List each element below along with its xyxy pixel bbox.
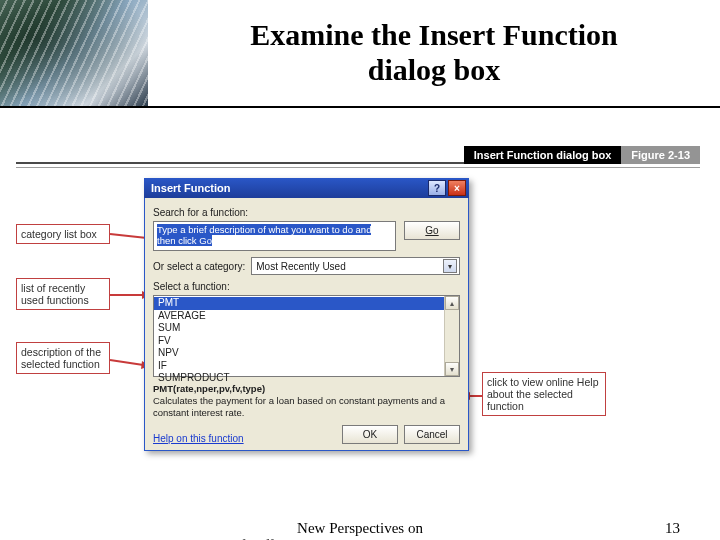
slide-title: Examine the Insert Function dialog box [148,18,720,87]
dialog-titlebar[interactable]: Insert Function ? × [144,178,469,198]
callout-category-list-box: category list box [16,224,110,244]
figure-bar-underline [16,164,700,168]
help-icon[interactable]: ? [428,180,446,196]
footer-text: New Perspectives on Microsoft Office Exc… [0,520,720,540]
dialog-title: Insert Function [147,182,426,194]
close-icon[interactable]: × [448,180,466,196]
figure-caption: Insert Function dialog box [464,146,622,164]
category-label: Or select a category: [153,261,245,272]
callout-recent-functions: list of recently used functions [16,278,110,310]
search-label: Search for a function: [153,207,460,218]
list-item[interactable]: FV [154,335,444,348]
scroll-track[interactable] [445,310,459,362]
title-area: Examine the Insert Function dialog box [148,0,720,106]
ok-button[interactable]: OK [342,425,398,444]
go-button[interactable]: Go [404,221,460,240]
insert-function-dialog: Insert Function ? × Search for a functio… [144,178,469,451]
cancel-button[interactable]: Cancel [404,425,460,444]
list-item[interactable]: AVERAGE [154,310,444,323]
figure: Insert Function dialog box Figure 2-13 c… [16,146,700,461]
list-item[interactable]: NPV [154,347,444,360]
list-item[interactable]: SUM [154,322,444,335]
scrollbar[interactable]: ▴ ▾ [444,296,459,376]
callout-online-help: click to view online Help about the sele… [482,372,606,416]
figure-bar-rule [16,146,464,164]
function-list: PMT AVERAGE SUM FV NPV IF SUMPRODUCT [154,296,444,376]
function-listbox[interactable]: PMT AVERAGE SUM FV NPV IF SUMPRODUCT ▴ ▾ [153,295,460,377]
search-input[interactable]: Type a brief description of what you wan… [153,221,396,251]
list-item[interactable]: PMT [154,297,444,310]
footer-line-1: New Perspectives on [297,520,423,536]
function-description: PMT(rate,nper,pv,fv,type) Calculates the… [153,383,460,419]
dialog-body: Search for a function: Type a brief desc… [144,198,469,451]
category-value: Most Recently Used [256,261,443,272]
decorative-thumbnail [0,0,148,106]
select-function-label: Select a function: [153,281,460,292]
help-on-function-link[interactable]: Help on this function [153,433,244,444]
title-line-2: dialog box [368,53,501,86]
scroll-down-icon[interactable]: ▾ [445,362,459,376]
category-select[interactable]: Most Recently Used ▾ [251,257,460,275]
header: Examine the Insert Function dialog box [0,0,720,106]
figure-bar: Insert Function dialog box Figure 2-13 [16,146,700,164]
scroll-up-icon[interactable]: ▴ [445,296,459,310]
list-item[interactable]: IF [154,360,444,373]
function-syntax: PMT(rate,nper,pv,fv,type) [153,383,265,394]
chevron-down-icon[interactable]: ▾ [443,259,457,273]
callout-description: description of the selected function [16,342,110,374]
header-rule [0,106,720,108]
title-line-1: Examine the Insert Function [250,18,618,51]
figure-number: Figure 2-13 [621,146,700,164]
page-number: 13 [665,520,680,537]
function-description-text: Calculates the payment for a loan based … [153,395,445,418]
search-input-text: Type a brief description of what you wan… [157,224,371,246]
